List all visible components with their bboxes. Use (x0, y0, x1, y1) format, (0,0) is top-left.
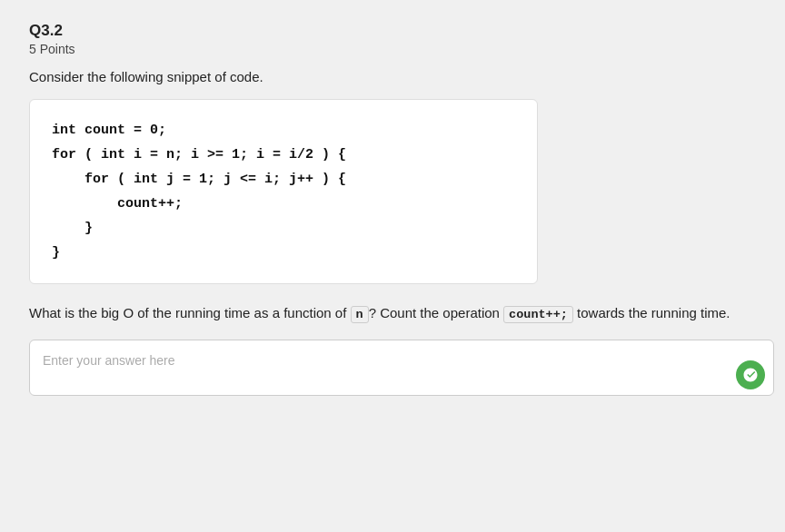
question-text-after: towards the running time. (573, 305, 730, 320)
question-points: 5 Points (29, 42, 756, 56)
submit-button[interactable] (736, 360, 765, 389)
question-text: What is the big O of the running time as… (29, 302, 756, 325)
question-number: Q3.2 (29, 22, 756, 40)
question-text-middle: ? Count the operation (369, 305, 503, 320)
question-description: Consider the following snippet of code. (29, 69, 756, 84)
code-block: int count = 0; for ( int i = n; i >= 1; … (29, 99, 538, 284)
question-text-before: What is the big O of the running time as… (29, 305, 351, 320)
answer-input[interactable] (29, 340, 774, 396)
answer-area (29, 340, 774, 399)
submit-icon (742, 367, 759, 383)
inline-code-count: count++; (503, 306, 573, 323)
inline-code-n: n (351, 306, 369, 323)
code-content: int count = 0; for ( int i = n; i >= 1; … (52, 118, 515, 265)
